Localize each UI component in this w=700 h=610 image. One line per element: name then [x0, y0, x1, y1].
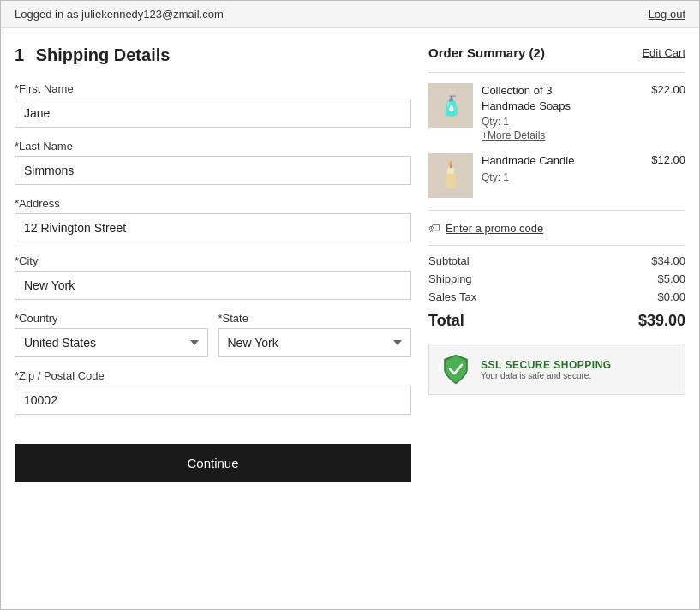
shipping-section: 1 Shipping Details *First Name *Last Nam… [15, 45, 411, 592]
ssl-shield-icon [440, 353, 472, 386]
shipping-label: Shipping [428, 272, 472, 285]
promo-icon: 🏷 [428, 221, 440, 235]
subtotal-value: $34.00 [651, 254, 685, 267]
shipping-row: Shipping $5.00 [428, 272, 685, 285]
city-label: *City [15, 254, 411, 267]
section-title: 1 Shipping Details [15, 45, 411, 65]
city-input[interactable] [15, 271, 411, 300]
order-summary: Order Summary (2) Edit Cart 🧴 Collection… [428, 45, 685, 592]
total-row: Total $39.00 [428, 312, 685, 330]
state-label: *State [218, 312, 412, 325]
country-group: *Country United States Canada United Kin… [15, 312, 208, 357]
subtotal-label: Subtotal [428, 254, 470, 267]
top-bar: Logged in as juliekennedy123@zmail.com L… [1, 1, 699, 28]
item-image [428, 153, 473, 198]
totals-section: Subtotal $34.00 Shipping $5.00 Sales Tax… [428, 245, 685, 330]
subtotal-row: Subtotal $34.00 [428, 254, 685, 267]
city-group: *City [15, 254, 411, 300]
order-item: 🧴 Collection of 3Handmade Soaps Qty: 1 +… [428, 83, 685, 141]
item-price: $22.00 [651, 83, 685, 141]
tax-row: Sales Tax $0.00 [428, 290, 685, 303]
country-label: *Country [15, 312, 208, 325]
item-qty: Qty: 1 [482, 171, 643, 183]
country-select[interactable]: United States Canada United Kingdom Aust… [15, 328, 208, 357]
svg-rect-3 [445, 172, 457, 189]
order-summary-header: Order Summary (2) Edit Cart [428, 45, 685, 60]
total-label: Total [428, 312, 464, 330]
item-price: $12.00 [651, 153, 685, 198]
ssl-badge: SSL SECURE SHOPPING Your data is safe an… [428, 344, 685, 395]
first-name-label: *First Name [15, 82, 411, 95]
zip-label: *Zip / Postal Code [15, 369, 411, 382]
total-value: $39.00 [638, 312, 685, 330]
continue-button[interactable]: Continue [15, 444, 411, 482]
address-group: *Address [15, 197, 411, 242]
item-details: Handmade Candle Qty: 1 [482, 153, 643, 198]
zip-input[interactable] [15, 386, 411, 415]
address-label: *Address [15, 197, 411, 210]
promo-section: 🏷 Enter a promo code [428, 210, 685, 245]
ssl-title: SSL SECURE SHOPPING [481, 359, 612, 371]
last-name-input[interactable] [15, 156, 411, 185]
svg-rect-4 [447, 168, 454, 174]
tax-label: Sales Tax [428, 290, 476, 303]
item-details: Collection of 3Handmade Soaps Qty: 1 +Mo… [482, 83, 643, 141]
logged-in-text: Logged in as juliekennedy123@zmail.com [15, 8, 224, 21]
item-image: 🧴 [428, 83, 473, 128]
state-select[interactable]: New York California Texas Florida Illino… [218, 328, 412, 357]
first-name-group: *First Name [15, 82, 411, 128]
address-input[interactable] [15, 213, 411, 242]
main-content: 1 Shipping Details *First Name *Last Nam… [1, 28, 699, 609]
svg-point-6 [449, 161, 452, 166]
shipping-title: Shipping Details [36, 45, 171, 64]
logout-link[interactable]: Log out [649, 8, 685, 21]
page-wrapper: Logged in as juliekennedy123@zmail.com L… [0, 0, 700, 610]
item-more-details[interactable]: +More Details [482, 129, 643, 141]
country-state-row: *Country United States Canada United Kin… [15, 312, 411, 369]
item-name: Collection of 3Handmade Soaps [482, 83, 643, 114]
order-summary-title: Order Summary (2) [428, 45, 545, 60]
last-name-label: *Last Name [15, 140, 411, 152]
state-group: *State New York California Texas Florida… [218, 312, 412, 357]
shipping-value: $5.00 [657, 272, 685, 285]
ssl-text-block: SSL SECURE SHOPPING Your data is safe an… [481, 359, 612, 380]
svg-text:🧴: 🧴 [440, 94, 464, 117]
zip-group: *Zip / Postal Code [15, 369, 411, 415]
order-item: Handmade Candle Qty: 1 $12.00 [428, 153, 685, 198]
order-items-list: 🧴 Collection of 3Handmade Soaps Qty: 1 +… [428, 72, 685, 198]
edit-cart-link[interactable]: Edit Cart [642, 46, 685, 59]
promo-link[interactable]: Enter a promo code [446, 222, 543, 235]
last-name-group: *Last Name [15, 140, 411, 185]
item-qty: Qty: 1 [482, 116, 643, 128]
first-name-input[interactable] [15, 99, 411, 128]
step-number: 1 [15, 45, 24, 64]
item-name: Handmade Candle [482, 153, 643, 169]
tax-value: $0.00 [657, 290, 685, 303]
ssl-subtitle: Your data is safe and secure. [481, 371, 612, 380]
